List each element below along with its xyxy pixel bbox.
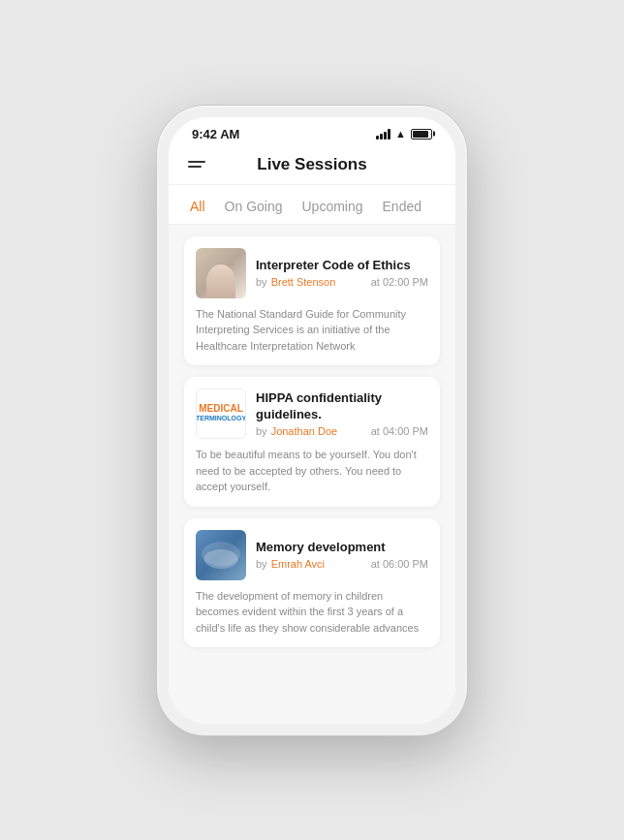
session-meta: by Brett Stenson at 02:00 PM <box>256 276 428 288</box>
phone-frame: 9:42 AM ▲ Live Sessions <box>157 106 467 735</box>
tab-all[interactable]: All <box>184 197 211 216</box>
menu-icon[interactable] <box>188 161 205 168</box>
session-description: The National Standard Guide for Communit… <box>196 306 428 355</box>
session-header: Memory development by Emrah Avci at 06:0… <box>196 530 428 580</box>
session-info: Memory development by Emrah Avci at 06:0… <box>256 540 428 571</box>
status-time: 9:42 AM <box>192 127 239 141</box>
session-title: Interpreter Code of Ethics <box>256 258 428 274</box>
phone-screen: 9:42 AM ▲ Live Sessions <box>169 117 455 724</box>
session-info: HIPPA confidentiality guidelines. by Jon… <box>256 390 428 438</box>
session-time: at 06:00 PM <box>371 558 428 570</box>
session-header: Interpreter Code of Ethics by Brett Sten… <box>196 248 428 298</box>
session-author: Brett Stenson <box>271 276 336 288</box>
session-thumbnail <box>196 530 246 580</box>
status-bar: 9:42 AM ▲ <box>169 117 455 145</box>
session-card[interactable]: Memory development by Emrah Avci at 06:0… <box>184 518 440 648</box>
session-time: at 02:00 PM <box>371 276 428 288</box>
battery-icon <box>411 129 432 140</box>
session-thumbnail: MEDICAL TERMINOLOGY <box>196 389 246 439</box>
sessions-list: Interpreter Code of Ethics by Brett Sten… <box>169 225 455 724</box>
session-description: The development of memory in children be… <box>196 588 428 637</box>
tab-upcoming[interactable]: Upcoming <box>296 197 369 216</box>
session-by-label: by <box>256 276 267 288</box>
wifi-icon: ▲ <box>395 128 406 140</box>
session-thumbnail <box>196 248 246 298</box>
status-icons: ▲ <box>376 128 432 140</box>
page-title: Live Sessions <box>257 155 366 174</box>
session-meta: by Jonathan Doe at 04:00 PM <box>256 425 428 437</box>
session-card[interactable]: Interpreter Code of Ethics by Brett Sten… <box>184 236 440 366</box>
signal-icon <box>376 129 390 140</box>
session-header: MEDICAL TERMINOLOGY HIPPA confidentialit… <box>196 389 428 439</box>
session-meta: by Emrah Avci at 06:00 PM <box>256 558 428 570</box>
session-title: HIPPA confidentiality guidelines. <box>256 390 428 423</box>
tab-ongoing[interactable]: On Going <box>219 197 289 216</box>
session-card[interactable]: MEDICAL TERMINOLOGY HIPPA confidentialit… <box>184 377 440 507</box>
session-time: at 04:00 PM <box>371 425 428 437</box>
session-description: To be beautiful means to be yourself. Yo… <box>196 447 428 495</box>
tab-ended[interactable]: Ended <box>377 197 427 216</box>
session-by-label: by <box>256 558 267 570</box>
filter-tabs: All On Going Upcoming Ended <box>169 185 455 225</box>
app-header: Live Sessions <box>169 145 455 185</box>
session-by-label: by <box>256 425 267 437</box>
session-author: Jonathan Doe <box>271 425 338 437</box>
session-info: Interpreter Code of Ethics by Brett Sten… <box>256 258 428 289</box>
session-title: Memory development <box>256 540 428 556</box>
session-author: Emrah Avci <box>271 558 325 570</box>
